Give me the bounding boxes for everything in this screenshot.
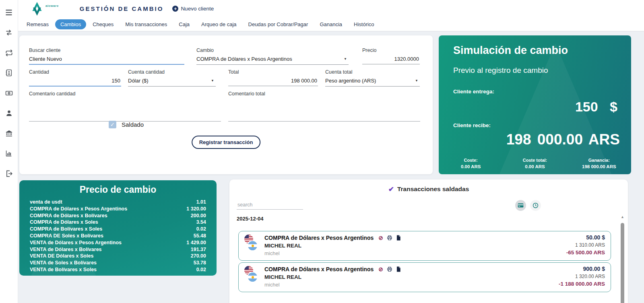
price-row: COMPRA de Dólares x Bolívares200.00	[30, 212, 206, 219]
chevron-down-icon: ▼	[344, 57, 347, 61]
transaction-amount: 50.00 $	[566, 234, 605, 241]
coste-label: Coste:	[439, 158, 503, 163]
tab-arqueo-de-caja[interactable]: Arqueo de caja	[196, 19, 242, 29]
saldado-checkbox[interactable]: ✓	[109, 121, 116, 128]
logout-icon[interactable]	[4, 169, 13, 178]
scrollbar-thumb[interactable]	[621, 223, 624, 303]
print-icon[interactable]	[387, 235, 392, 241]
price-value: 55.48	[194, 233, 206, 239]
tab-historico[interactable]: Histórico	[349, 19, 380, 29]
transaction-rate: 1 310.00 ARS	[566, 242, 605, 248]
cliente-entrega-value: 150 $	[575, 99, 617, 115]
transaction-title: COMPRA de Dólares x Pesos Argentinos	[264, 235, 374, 241]
exchange-form-card: Buscar cliente Cambio COMPRA de Dólares …	[19, 35, 433, 174]
comentario-total-field: Comentario total	[228, 91, 420, 122]
stats-icon[interactable]	[4, 149, 13, 158]
price-value: 0.02	[196, 226, 206, 233]
cash-icon[interactable]	[4, 89, 13, 97]
contacts-icon[interactable]	[4, 68, 13, 77]
history-button[interactable]	[530, 200, 541, 211]
menu-icon[interactable]	[4, 8, 13, 17]
transfers-icon[interactable]	[4, 28, 13, 37]
buscar-cliente-input[interactable]	[29, 53, 184, 64]
transactions-search	[237, 200, 303, 210]
card-view-button[interactable]	[515, 200, 526, 211]
search-input[interactable]	[237, 200, 303, 210]
comentario-cantidad-field: Comentario cantidad	[29, 91, 221, 122]
new-client-button[interactable]: + Nuevo cliente	[172, 6, 214, 12]
bank-icon[interactable]	[4, 129, 13, 138]
price-name: venta de usdt	[30, 199, 62, 206]
tab-mis-transacciones[interactable]: Mis transacciones	[120, 19, 172, 29]
tab-cambios[interactable]: Cambios	[55, 19, 86, 29]
chevron-down-icon: ▼	[211, 79, 214, 82]
alcware-logo-icon	[29, 2, 45, 16]
tab-ganancia[interactable]: Ganancia	[314, 19, 347, 29]
price-value: 1 429.00	[186, 239, 206, 246]
price-value: 200.00	[191, 212, 206, 219]
price-name: COMPRA DE Soles x Bolívares	[30, 233, 103, 239]
transactions-title: ✔Transacciones saldadas	[229, 185, 628, 194]
clock-icon	[533, 202, 539, 208]
transaction-client: MICHEL REAL	[264, 274, 401, 280]
cancel-icon[interactable]: ⊘	[378, 266, 383, 272]
saldado-checkbox-row[interactable]: ✓ Saldado	[109, 121, 144, 128]
comentario-total-input[interactable]	[228, 114, 420, 122]
document-icon[interactable]	[396, 235, 401, 241]
price-value: 3.54	[196, 219, 206, 226]
check-icon: ✔	[388, 186, 394, 193]
tab-caja[interactable]: Caja	[173, 19, 195, 29]
total-label: Total	[228, 69, 318, 75]
repeat-icon[interactable]	[4, 48, 13, 57]
coste-total-label: Coste total:	[503, 158, 567, 163]
price-row: COMPRA de Dólares x Pesos Argentinos1 32…	[30, 206, 206, 212]
tab-bar: Remesas Cambios Cheques Mis transaccione…	[18, 17, 644, 31]
transaction-client: MICHEL REAL	[264, 243, 401, 249]
client-icon[interactable]	[4, 109, 13, 117]
cuenta-cantidad-value: Dólar ($)	[128, 78, 149, 84]
cambio-select[interactable]: COMPRA de Dólares x Pesos Argentinos ▼	[196, 53, 349, 65]
currency-flags	[244, 235, 261, 257]
cancel-icon[interactable]: ⊘	[378, 235, 383, 241]
registrar-transaccion-button[interactable]: Registrar transacción	[192, 136, 261, 149]
ganancia-value: 198 000.00 ARS	[567, 164, 631, 169]
tab-deudas[interactable]: Deudas por Cobrar/Pagar	[243, 19, 314, 29]
page-title: GESTIÓN DE CAMBIO	[80, 5, 164, 12]
chevron-down-icon: ▼	[415, 79, 418, 82]
total-input[interactable]	[228, 75, 318, 86]
cantidad-field: Cantidad	[29, 69, 121, 87]
transaction-user: michel	[264, 282, 401, 288]
transaction-row[interactable]: COMPRA de Dólares x Pesos Argentinos ⊘ M…	[238, 231, 611, 261]
brand-logo[interactable]: alcware	[29, 2, 59, 16]
cantidad-input[interactable]	[29, 75, 121, 86]
coste-total-cell: Coste total: 0.00 ARS	[503, 158, 567, 169]
document-icon[interactable]	[396, 266, 401, 272]
cuenta-total-select[interactable]: Peso argentino (ARS) ▼	[325, 75, 420, 87]
price-value: 270.00	[191, 253, 206, 260]
plus-icon: +	[172, 6, 178, 12]
price-table-card: Precio de cambio venta de usdt1.01 COMPR…	[19, 180, 217, 276]
saldado-label: Saldado	[122, 121, 144, 128]
coste-total-value: 0.00 ARS	[503, 164, 567, 169]
brand-name: alcware	[45, 4, 59, 8]
cuenta-total-label: Cuenta total	[325, 69, 420, 75]
tab-remesas[interactable]: Remesas	[21, 19, 54, 29]
cuenta-cantidad-label: Cuenta cantidad	[128, 69, 216, 75]
precio-label: Precio	[362, 47, 420, 53]
cuenta-total-value: Peso argentino (ARS)	[325, 78, 376, 84]
cambio-label: Cambio	[196, 47, 349, 53]
transactions-title-text: Transacciones saldadas	[397, 186, 469, 192]
transaction-row[interactable]: COMPRA de Dólares x Pesos Argentinos ⊘ M…	[238, 262, 611, 292]
transactions-date: 2025-12-04	[237, 216, 264, 222]
scroll-up-arrow[interactable]: ▲	[620, 215, 625, 219]
precio-input[interactable]	[362, 53, 420, 64]
tab-cheques[interactable]: Cheques	[87, 19, 119, 29]
buscar-cliente-label: Buscar cliente	[29, 47, 184, 53]
credit-card-icon	[518, 202, 524, 208]
cuenta-cantidad-select[interactable]: Dólar ($) ▼	[128, 75, 216, 87]
print-icon[interactable]	[387, 266, 392, 272]
price-name: COMPRA de Dólares x Pesos Argentinos	[30, 206, 127, 212]
scrollbar: ▲	[620, 215, 625, 303]
cliente-entrega-label: Cliente entrega:	[453, 89, 494, 95]
cuenta-total-field: Cuenta total Peso argentino (ARS) ▼	[325, 69, 420, 87]
